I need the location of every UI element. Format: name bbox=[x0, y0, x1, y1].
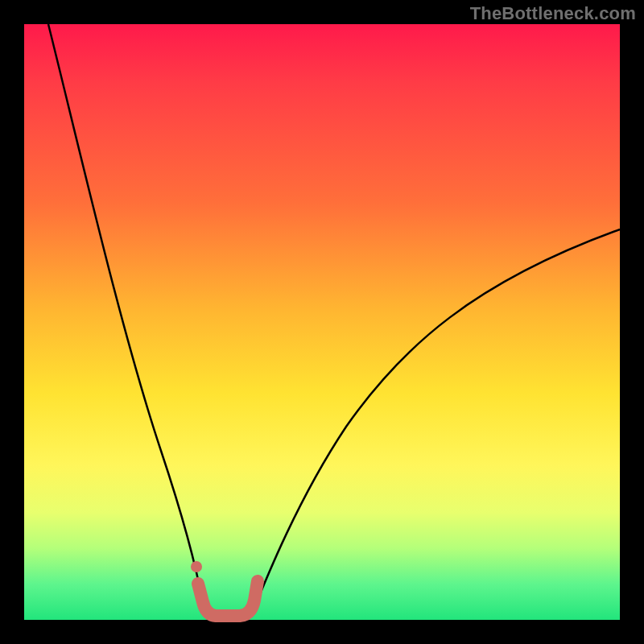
highlight-dot bbox=[191, 561, 202, 572]
left-curve bbox=[48, 24, 208, 616]
watermark-text: TheBottleneck.com bbox=[470, 3, 636, 24]
chart-frame: TheBottleneck.com bbox=[0, 0, 644, 644]
right-curve bbox=[251, 229, 620, 616]
highlight-segment bbox=[198, 581, 258, 616]
curve-overlay bbox=[24, 24, 620, 620]
